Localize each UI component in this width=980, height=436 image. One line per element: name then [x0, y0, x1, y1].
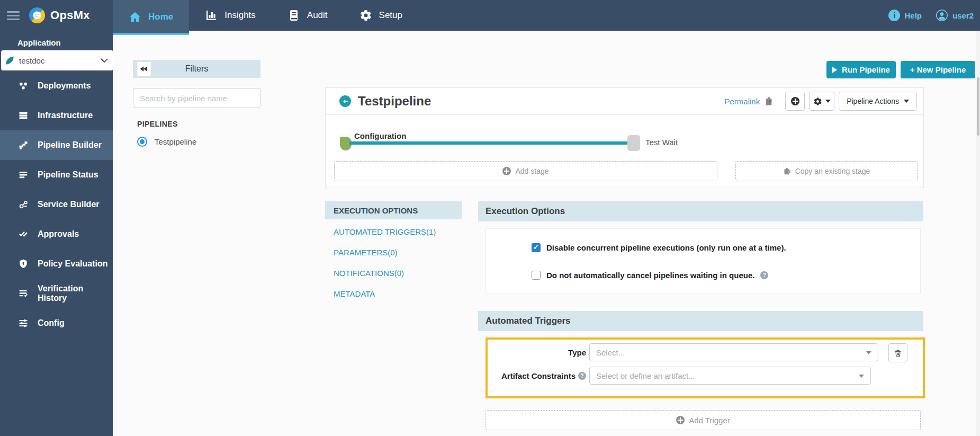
plus-circle-icon — [791, 97, 799, 105]
type-label-text: Type — [568, 348, 586, 357]
copy-existing-stage-button[interactable]: Copy an existing stage — [735, 161, 918, 181]
sidebar-item-infrastructure[interactable]: Infrastructure — [0, 101, 113, 130]
artifact-constraints-select[interactable]: Select or define an artifact... — [589, 367, 871, 385]
add-stage-label: Add stage — [515, 167, 549, 175]
service-builder-icon — [18, 199, 29, 210]
pipeline-settings-button[interactable] — [809, 92, 834, 111]
pipeline-radio-testpipeline[interactable]: Testpipeline — [137, 137, 196, 147]
radio-selected-icon[interactable] — [137, 137, 147, 147]
config-icon — [18, 318, 29, 328]
pipeline-title: Testpipeline — [358, 94, 431, 109]
help-tooltip-icon[interactable]: ? — [760, 271, 768, 279]
approvals-icon — [18, 229, 29, 239]
sidebar-item-pipeline-status[interactable]: Pipeline Status — [0, 160, 113, 190]
disable-concurrent-checkbox-row[interactable]: Disable concurrent pipeline executions (… — [532, 243, 786, 252]
tab-parameters[interactable]: PARAMETERS(0) — [325, 242, 462, 263]
collapse-filters-icon[interactable] — [137, 62, 151, 76]
automated-triggers-header: Automated Triggers — [478, 311, 923, 331]
sidebar-item-approvals[interactable]: Approvals — [0, 219, 113, 249]
tab-audit[interactable]: Audit — [272, 0, 344, 31]
infrastructure-icon — [18, 110, 29, 121]
trigger-type-placeholder: Select... — [596, 348, 625, 357]
opsmx-logo: OpsMx — [28, 6, 90, 24]
tab-setup[interactable]: Setup — [344, 0, 418, 31]
tab-automated-triggers[interactable]: AUTOMATED TRIGGERS(1) — [325, 221, 462, 242]
caret-down-icon — [825, 100, 831, 103]
sidebar-item-label: Policy Evaluation — [38, 259, 107, 269]
pipeline-builder-icon — [18, 140, 29, 150]
tab-audit-label: Audit — [307, 10, 328, 21]
sidebar-item-label: Deployments — [38, 81, 91, 91]
sidebar-item-service-builder[interactable]: Service Builder — [0, 190, 113, 219]
run-pipeline-button[interactable]: Run Pipeline — [826, 61, 896, 78]
user-menu[interactable]: user2 — [936, 9, 974, 22]
sidebar-item-config[interactable]: Config — [0, 308, 113, 338]
sidebar-item-label: Infrastructure — [38, 111, 93, 120]
back-icon[interactable] — [339, 95, 351, 107]
hamburger-menu-icon[interactable] — [7, 9, 20, 22]
tab-home-label: Home — [148, 12, 173, 22]
copy-stage-label: Copy an existing stage — [795, 167, 870, 175]
stage-node-test-wait[interactable] — [627, 135, 640, 151]
add-stage-button[interactable]: Add stage — [334, 161, 717, 181]
sidebar-item-label: Verification History — [38, 284, 113, 303]
sidebar-item-policy-evaluation[interactable]: Policy Evaluation — [0, 249, 113, 279]
pipeline-config-tabs: EXECUTION OPTIONS AUTOMATED TRIGGERS(1) … — [325, 201, 462, 304]
execution-options-panel: Disable concurrent pipeline executions (… — [485, 228, 921, 294]
type-label: Type — [488, 343, 586, 361]
tab-execution-options[interactable]: EXECUTION OPTIONS — [325, 201, 462, 219]
help-button[interactable]: i Help — [888, 10, 922, 21]
help-tooltip-icon[interactable]: ? — [578, 372, 586, 380]
sidebar-item-pipeline-builder[interactable]: Pipeline Builder — [0, 130, 113, 160]
no-auto-cancel-checkbox-row[interactable]: Do not automatically cancel pipelines wa… — [532, 271, 768, 280]
tab-metadata[interactable]: METADATA — [325, 283, 462, 304]
stage-end-label: Test Wait — [645, 138, 678, 147]
copy-icon — [783, 167, 791, 175]
sidebar-menu: Deployments Infrastructure Pipeline Buil… — [0, 71, 113, 338]
setup-gear-icon — [359, 9, 372, 22]
sidebar-item-label: Config — [38, 318, 65, 328]
application-section-label: Application — [17, 38, 113, 47]
insights-icon — [205, 9, 218, 22]
permalink-link[interactable]: Permalink — [724, 97, 760, 106]
sidebar-item-label: Pipeline Builder — [38, 140, 102, 150]
search-input[interactable] — [133, 88, 260, 108]
copy-permalink-icon[interactable] — [764, 96, 774, 106]
scrollbar-thumb[interactable] — [977, 77, 979, 136]
filters-title: Filters — [151, 64, 242, 74]
checkbox-checked-icon[interactable] — [532, 243, 541, 252]
brand-name: OpsMx — [50, 8, 90, 22]
stage-connector-line — [349, 141, 629, 145]
tab-home[interactable]: Home — [113, 0, 189, 35]
vertical-scrollbar[interactable] — [976, 31, 980, 436]
execution-options-header: Execution Options — [478, 201, 923, 221]
top-navbar: OpsMx Home Insights Audit Setup — [0, 0, 980, 31]
application-selector[interactable]: testdoc — [1, 50, 113, 70]
checkbox-label: Do not automatically cancel pipelines wa… — [546, 271, 754, 280]
pipeline-radio-label: Testpipeline — [155, 137, 196, 146]
delete-trigger-button[interactable] — [888, 343, 907, 362]
sidebar-item-deployments[interactable]: Deployments — [0, 71, 113, 101]
add-stage-quick-button[interactable] — [785, 92, 805, 111]
navbar-right: i Help user2 — [888, 0, 974, 31]
tab-notifications[interactable]: NOTIFICATIONS(0) — [325, 263, 462, 283]
sidebar-item-label: Pipeline Status — [38, 170, 98, 180]
sidebar-item-label: Approvals — [38, 229, 79, 239]
sidebar-item-verification-history[interactable]: Verification History — [0, 279, 113, 308]
play-icon — [832, 67, 837, 73]
new-pipeline-button[interactable]: + New Pipeline — [901, 61, 975, 78]
leaf-icon — [4, 55, 15, 66]
plus-circle-icon — [502, 167, 511, 175]
pipeline-actions-button[interactable]: Pipeline Actions — [839, 92, 917, 111]
select-caret-icon — [866, 351, 871, 354]
filters-header[interactable]: Filters — [133, 60, 260, 78]
pipeline-status-icon — [18, 170, 29, 180]
tab-insights-label: Insights — [224, 10, 256, 21]
trigger-type-select[interactable]: Select... — [589, 343, 878, 361]
checkbox-unchecked-icon[interactable] — [532, 271, 541, 280]
tab-insights[interactable]: Insights — [189, 0, 272, 31]
add-trigger-button[interactable]: Add Trigger — [485, 410, 921, 430]
chevron-down-icon — [101, 58, 108, 63]
artifact-constraints-label-text: Artifact Constraints — [501, 371, 576, 380]
new-pipeline-label: + New Pipeline — [910, 65, 966, 74]
